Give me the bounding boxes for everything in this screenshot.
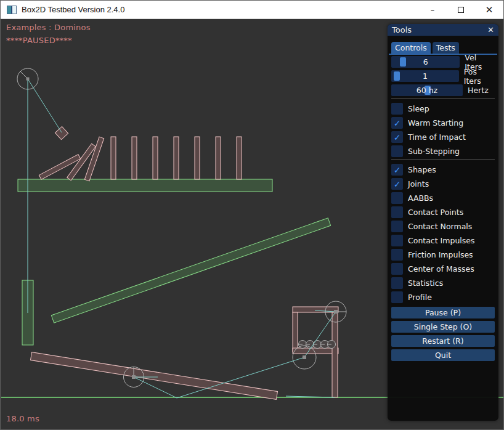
domino <box>132 137 137 179</box>
domino <box>237 137 242 179</box>
pendulum-bob <box>55 126 68 139</box>
slider-value: 1 <box>391 70 459 82</box>
seesaw-plank <box>31 352 278 400</box>
paused-label: ****PAUSED**** <box>6 36 72 45</box>
checkbox-label: Joints <box>408 179 429 189</box>
check-icon: ✓ <box>394 179 401 189</box>
tab-label: Controls <box>395 43 427 52</box>
example-label: Examples : Dominos <box>6 23 91 32</box>
app-icon <box>7 6 17 14</box>
checkbox-label: Time of Impact <box>408 132 466 142</box>
checkbox-contact-impulses[interactable]: ✓ Contact Impulses <box>391 235 495 246</box>
tools-title: Tools <box>392 25 487 34</box>
minimize-icon: – <box>431 6 435 15</box>
checkbox-shapes[interactable]: ✓ Shapes <box>391 164 495 176</box>
checkbox-label: Center of Masses <box>408 264 474 274</box>
slider-value: 60 hz <box>391 84 463 96</box>
check-icon: ✓ <box>394 165 401 175</box>
domino <box>153 137 158 179</box>
checkbox-box: ✓ <box>391 235 403 246</box>
checkbox-box: ✓ <box>391 221 403 232</box>
close-icon: ✕ <box>486 4 494 15</box>
slider-label: Hertz <box>468 86 489 95</box>
shelf-balls <box>299 341 336 349</box>
domino <box>174 137 179 179</box>
close-button[interactable]: ✕ <box>475 1 503 19</box>
restart-button[interactable]: Restart (R) <box>391 335 495 347</box>
dominoes-standing <box>111 137 242 179</box>
os-titlebar[interactable]: Box2D Testbed Version 2.4.0 – ✕ <box>1 1 503 19</box>
checkbox-label: Contact Normals <box>408 222 472 231</box>
joint-anchors <box>26 78 338 379</box>
checkbox-profile[interactable]: ✓ Profile <box>391 291 495 303</box>
pos-iters-slider[interactable]: 1 <box>391 70 459 82</box>
tools-panel: Tools ✕ Controls Tests 6 Vel Iter <box>388 24 498 421</box>
checkbox-center-of-masses[interactable]: ✓ Center of Masses <box>391 263 495 275</box>
checkbox-box: ✓ <box>391 164 403 176</box>
checkbox-statistics[interactable]: ✓ Statistics <box>391 277 495 289</box>
checkbox-label: Sub-Stepping <box>408 147 460 156</box>
checkbox-label: Contact Impulses <box>408 236 475 245</box>
domino <box>216 137 221 179</box>
checkbox-label: Profile <box>408 293 432 302</box>
checkbox-box: ✓ <box>391 131 403 143</box>
checkbox-box: ✓ <box>391 103 403 115</box>
checkbox-time-of-impact[interactable]: ✓ Time of Impact <box>391 131 495 143</box>
checkbox-label: Shapes <box>408 165 436 174</box>
check-icon: ✓ <box>394 118 401 128</box>
tab-controls[interactable]: Controls <box>391 42 431 54</box>
domino <box>195 137 200 179</box>
slider-value: 6 <box>391 56 460 68</box>
checkbox-aabbs[interactable]: ✓ AABBs <box>391 192 495 204</box>
pause-button[interactable]: Pause (P) <box>391 307 495 318</box>
domino <box>84 137 104 181</box>
pos-iters-slider-row: 1 Pos Iters <box>391 70 495 82</box>
checkbox-friction-impulses[interactable]: ✓ Friction Impulses <box>391 249 495 261</box>
checkbox-box: ✓ <box>391 263 403 275</box>
checkbox-label: Warm Starting <box>408 118 463 128</box>
checkbox-label: AABBs <box>408 193 433 203</box>
app-window: Box2D Testbed Version 2.4.0 – ✕ <box>0 0 504 430</box>
vel-iters-slider[interactable]: 6 <box>391 56 460 68</box>
window-title: Box2D Testbed Version 2.4.0 <box>22 5 124 14</box>
tools-tabbar: Controls Tests <box>391 42 498 54</box>
checkbox-box: ✓ <box>391 117 403 129</box>
separator <box>391 99 495 99</box>
window-controls: – ✕ <box>418 1 503 19</box>
checkbox-box: ✓ <box>391 249 403 261</box>
checkbox-box: ✓ <box>391 145 403 157</box>
slider-label: Pos Iters <box>464 67 495 86</box>
vel-iters-slider-row: 6 Vel Iters <box>391 56 495 68</box>
checkbox-warm-starting[interactable]: ✓ Warm Starting <box>391 117 495 129</box>
checkbox-sub-stepping[interactable]: ✓ Sub-Stepping <box>391 145 495 157</box>
quit-button[interactable]: Quit <box>391 349 495 361</box>
checkbox-sleep[interactable]: ✓ Sleep <box>391 103 495 115</box>
checkbox-box: ✓ <box>391 277 403 289</box>
frame-time-label: 18.0 ms <box>6 414 39 423</box>
checkbox-label: Statistics <box>408 278 443 288</box>
checkbox-box: ✓ <box>391 206 403 218</box>
tools-titlebar[interactable]: Tools ✕ <box>388 24 498 36</box>
dominoes-falling <box>39 137 104 181</box>
tools-close-icon[interactable]: ✕ <box>487 25 494 34</box>
hertz-slider[interactable]: 60 hz <box>391 84 463 96</box>
checkbox-label: Friction Impulses <box>408 250 473 259</box>
check-icon: ✓ <box>394 132 401 142</box>
minimize-button[interactable]: – <box>418 1 447 19</box>
checkbox-contact-points[interactable]: ✓ Contact Points <box>391 206 495 218</box>
single-step-button[interactable]: Single Step (O) <box>391 321 495 333</box>
checkbox-box: ✓ <box>391 291 403 303</box>
stand-frame <box>293 307 338 397</box>
checkbox-box: ✓ <box>391 192 403 204</box>
checkbox-joints[interactable]: ✓ Joints <box>391 178 495 190</box>
scene: Examples : Dominos ****PAUSED**** 18.0 m… <box>1 19 504 430</box>
platform <box>18 179 272 192</box>
tab-tests[interactable]: Tests <box>433 42 459 54</box>
maximize-button[interactable] <box>447 1 475 19</box>
ramp <box>51 218 330 323</box>
maximize-icon <box>458 7 464 13</box>
separator <box>391 160 495 160</box>
checkbox-contact-normals[interactable]: ✓ Contact Normals <box>391 221 495 232</box>
checkbox-label: Contact Points <box>408 208 463 217</box>
domino <box>111 137 116 179</box>
